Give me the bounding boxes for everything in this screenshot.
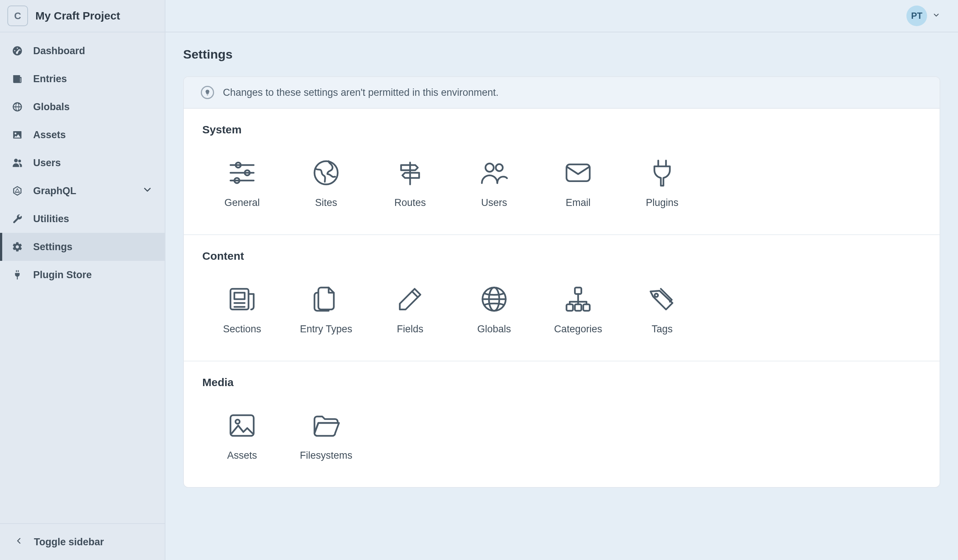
nav-label: Users: [33, 157, 61, 169]
tile-label: Users: [481, 197, 508, 208]
picture-icon: [225, 409, 259, 443]
nav-item-utilities[interactable]: Utilities: [0, 205, 165, 233]
settings-panel: Changes to these settings aren't permitt…: [183, 76, 940, 488]
image-icon: [12, 129, 23, 140]
earth-icon: [309, 156, 343, 190]
tile-label: Email: [566, 197, 591, 208]
toggle-sidebar-label: Toggle sidebar: [34, 536, 104, 548]
topbar: PT: [165, 0, 958, 32]
chevron-down-icon: [932, 11, 940, 21]
tile-label: Assets: [227, 450, 257, 461]
envelope-icon: [561, 156, 595, 190]
tags-icon: [645, 282, 679, 316]
sidebar: C My Craft Project Dashboard Entries Glo…: [0, 0, 165, 560]
tile-label: Categories: [554, 324, 603, 335]
tile-users[interactable]: Users: [454, 152, 534, 212]
files-icon: [309, 282, 343, 316]
plug-large-icon: [645, 156, 679, 190]
lightbulb-icon: [201, 86, 214, 99]
gauge-icon: [12, 45, 23, 56]
tile-fields[interactable]: Fields: [370, 279, 450, 339]
nav-label: GraphQL: [33, 185, 76, 197]
nav-label: Plugin Store: [33, 269, 92, 281]
primary-nav: Dashboard Entries Globals Assets Users G…: [0, 32, 165, 523]
signpost-icon: [393, 156, 427, 190]
tile-label: Globals: [477, 324, 511, 335]
wrench-icon: [12, 213, 23, 224]
system-badge: C: [7, 6, 28, 26]
tile-label: Tags: [652, 324, 673, 335]
sitemap-icon: [561, 282, 595, 316]
sliders-icon: [225, 156, 259, 190]
folder-open-icon: [309, 409, 343, 443]
user-avatar[interactable]: PT: [906, 6, 927, 26]
toggle-sidebar-button[interactable]: Toggle sidebar: [0, 523, 165, 560]
nav-item-globals[interactable]: Globals: [0, 93, 165, 121]
tile-label: Entry Types: [300, 324, 352, 335]
chevron-left-icon: [14, 536, 24, 548]
edit-icon: [393, 282, 427, 316]
system-name: My Craft Project: [35, 10, 120, 22]
notice-text: Changes to these settings aren't permitt…: [223, 87, 498, 98]
section-content: Content Sections Entry Types Fields: [184, 235, 940, 362]
tile-sites[interactable]: Sites: [286, 152, 366, 212]
newspaper-icon: [12, 73, 23, 84]
tile-globals[interactable]: Globals: [454, 279, 534, 339]
nav-item-dashboard[interactable]: Dashboard: [0, 37, 165, 65]
section-media: Media Assets Filesystems: [184, 362, 940, 487]
plug-icon: [12, 269, 23, 280]
nav-item-plugin-store[interactable]: Plugin Store: [0, 261, 165, 289]
tile-label: Sections: [223, 324, 261, 335]
main: PT Settings Changes to these settings ar…: [165, 0, 958, 560]
tile-general[interactable]: General: [202, 152, 282, 212]
tile-label: General: [224, 197, 260, 208]
tile-categories[interactable]: Categories: [538, 279, 618, 339]
users-icon: [12, 157, 23, 168]
tile-label: Routes: [394, 197, 426, 208]
globe-grid-icon: [477, 282, 511, 316]
sidebar-header[interactable]: C My Craft Project: [0, 0, 165, 32]
section-title: Content: [202, 250, 921, 262]
nav-item-assets[interactable]: Assets: [0, 121, 165, 149]
gear-icon: [12, 241, 23, 252]
nav-label: Assets: [33, 129, 66, 141]
tile-tags[interactable]: Tags: [622, 279, 702, 339]
nav-label: Entries: [33, 73, 67, 85]
nav-label: Settings: [33, 241, 73, 253]
tile-entry-types[interactable]: Entry Types: [286, 279, 366, 339]
tile-label: Fields: [397, 324, 423, 335]
nav-label: Dashboard: [33, 45, 85, 57]
tile-label: Sites: [315, 197, 337, 208]
nav-label: Globals: [33, 101, 70, 113]
nav-label: Utilities: [33, 213, 69, 225]
section-title: Media: [202, 376, 921, 389]
tile-label: Filesystems: [300, 450, 353, 461]
tile-sections[interactable]: Sections: [202, 279, 282, 339]
section-title: System: [202, 124, 921, 136]
content: Settings Changes to these settings aren'…: [165, 32, 958, 506]
tile-assets[interactable]: Assets: [202, 405, 282, 465]
section-system: System General Sites Routes: [184, 109, 940, 235]
nav-item-graphql[interactable]: GraphQL: [0, 177, 165, 205]
tile-filesystems[interactable]: Filesystems: [286, 405, 366, 465]
tile-label: Plugins: [646, 197, 679, 208]
nav-item-entries[interactable]: Entries: [0, 65, 165, 93]
readonly-notice: Changes to these settings aren't permitt…: [184, 77, 940, 109]
graphql-icon: [12, 185, 23, 197]
people-icon: [477, 156, 511, 190]
nav-item-settings[interactable]: Settings: [0, 233, 165, 261]
page-title: Settings: [183, 47, 940, 62]
tile-plugins[interactable]: Plugins: [622, 152, 702, 212]
chevron-down-icon: [142, 184, 153, 198]
news-icon: [225, 282, 259, 316]
tile-routes[interactable]: Routes: [370, 152, 450, 212]
tile-email[interactable]: Email: [538, 152, 618, 212]
globe-icon: [12, 101, 23, 113]
nav-item-users[interactable]: Users: [0, 149, 165, 177]
